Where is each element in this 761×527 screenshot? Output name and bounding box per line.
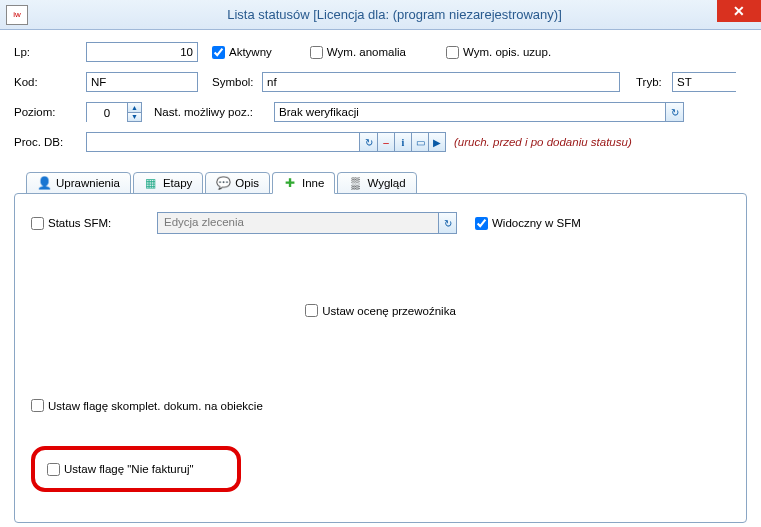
checkbox-aktywny[interactable]: Aktywny <box>212 46 272 59</box>
ustaw-ocena-check[interactable] <box>305 304 318 317</box>
aktywny-check[interactable] <box>212 46 225 59</box>
widoczny-check[interactable] <box>475 217 488 230</box>
nast-value[interactable] <box>275 103 665 121</box>
tab-inne-label: Inne <box>302 177 324 189</box>
nast-combo[interactable]: ↻ <box>274 102 684 122</box>
wym-opis-label: Wym. opis. uzup. <box>463 46 551 58</box>
tab-wyglad-label: Wygląd <box>367 177 405 189</box>
status-sfm-combo[interactable]: Edycja zlecenia ↻ <box>157 212 457 234</box>
checkbox-ustaw-skomplet[interactable]: Ustaw flagę skomplet. dokum. na obiekcie <box>31 399 263 412</box>
wym-opis-check[interactable] <box>446 46 459 59</box>
spin-down-icon[interactable]: ▼ <box>128 113 141 122</box>
tab-wyglad[interactable]: ▒Wygląd <box>337 172 416 194</box>
checkbox-nie-fakturuj[interactable]: Ustaw flagę "Nie fakturuj" <box>47 463 194 476</box>
tabstrip: 👤Uprawnienia ▦Etapy 💬Opis ✚Inne ▒Wygląd <box>14 172 747 194</box>
status-sfm-check[interactable] <box>31 217 44 230</box>
app-icon: iw <box>6 5 28 25</box>
row-poziom: Poziom: ▲▼ Nast. możliwy poz.: ↻ <box>14 100 747 124</box>
label-kod: Kod: <box>14 76 86 88</box>
tab-opis[interactable]: 💬Opis <box>205 172 270 194</box>
page-icon[interactable]: ▭ <box>411 132 429 152</box>
steps-icon: ▦ <box>144 176 158 190</box>
status-sfm-value: Edycja zlecenia <box>158 213 438 233</box>
checkbox-ustaw-ocena[interactable]: Ustaw ocenę przewoźnika <box>305 304 456 317</box>
poziom-value[interactable] <box>87 103 127 123</box>
puzzle-icon: ✚ <box>283 176 297 190</box>
ustaw-ocena-label: Ustaw ocenę przewoźnika <box>322 305 456 317</box>
grid-icon: ▒ <box>348 176 362 190</box>
tryb-combo[interactable]: ↻ <box>672 72 736 92</box>
procdb-note: (uruch. przed i po dodaniu statusu) <box>454 136 632 148</box>
kod-input[interactable] <box>86 72 198 92</box>
bubble-icon: 💬 <box>216 176 230 190</box>
wym-anom-check[interactable] <box>310 46 323 59</box>
ustaw-skom-label: Ustaw flagę skomplet. dokum. na obiekcie <box>48 400 263 412</box>
checkbox-wym-anomalia[interactable]: Wym. anomalia <box>310 46 406 59</box>
form-area: Lp: Aktywny Wym. anomalia Wym. opis. uzu… <box>0 30 761 523</box>
tab-body-inne: Status SFM: Edycja zlecenia ↻ Widoczny w… <box>14 193 747 523</box>
info-icon[interactable]: i <box>394 132 412 152</box>
tabs: 👤Uprawnienia ▦Etapy 💬Opis ✚Inne ▒Wygląd … <box>14 172 747 523</box>
run-icon[interactable]: ▶ <box>428 132 446 152</box>
tab-inne[interactable]: ✚Inne <box>272 172 335 194</box>
symbol-input[interactable] <box>262 72 620 92</box>
ustaw-skom-check[interactable] <box>31 399 44 412</box>
nie-fakturuj-label: Ustaw flagę "Nie fakturuj" <box>64 463 194 475</box>
label-lp: Lp: <box>14 46 86 58</box>
row-procdb: Proc. DB: ↻ – i ▭ ▶ (uruch. przed i po d… <box>14 130 747 154</box>
label-symbol: Symbol: <box>212 76 262 88</box>
nast-dropdown-icon[interactable]: ↻ <box>665 103 683 121</box>
tryb-value[interactable] <box>673 73 761 91</box>
status-sfm-dropdown-icon[interactable]: ↻ <box>438 213 456 233</box>
titlebar: iw Lista statusów [Licencja dla: (progra… <box>0 0 761 30</box>
close-button[interactable]: ✕ <box>717 0 761 22</box>
poziom-spinner[interactable]: ▲▼ <box>86 102 142 122</box>
widoczny-label: Widoczny w SFM <box>492 217 581 229</box>
label-tryb: Tryb: <box>636 76 672 88</box>
procdb-input[interactable]: ↻ <box>86 132 378 152</box>
tab-opis-label: Opis <box>235 177 259 189</box>
procdb-dropdown-icon[interactable]: ↻ <box>359 133 377 151</box>
procdb-toolbar: – i ▭ ▶ <box>378 132 446 152</box>
wym-anom-label: Wym. anomalia <box>327 46 406 58</box>
label-nast: Nast. możliwy poz.: <box>154 106 274 118</box>
row-ustaw-ocena: Ustaw ocenę przewoźnika <box>31 304 730 319</box>
aktywny-label: Aktywny <box>229 46 272 58</box>
user-icon: 👤 <box>37 176 51 190</box>
nie-fakturuj-check[interactable] <box>47 463 60 476</box>
row-lp: Lp: Aktywny Wym. anomalia Wym. opis. uzu… <box>14 40 747 64</box>
label-poziom: Poziom: <box>14 106 86 118</box>
procdb-value[interactable] <box>87 133 359 151</box>
delete-icon[interactable]: – <box>377 132 395 152</box>
tab-uprawnienia-label: Uprawnienia <box>56 177 120 189</box>
checkbox-wym-opis[interactable]: Wym. opis. uzup. <box>446 46 551 59</box>
checkbox-status-sfm[interactable]: Status SFM: <box>31 217 157 230</box>
highlight-nie-fakturuj: Ustaw flagę "Nie fakturuj" <box>31 446 241 492</box>
tab-etapy-label: Etapy <box>163 177 192 189</box>
label-procdb: Proc. DB: <box>14 136 86 148</box>
row-ustaw-skomplet: Ustaw flagę skomplet. dokum. na obiekcie <box>31 399 730 412</box>
tab-uprawnienia[interactable]: 👤Uprawnienia <box>26 172 131 194</box>
window-title: Lista statusów [Licencja dla: (program n… <box>28 7 761 22</box>
spin-up-icon[interactable]: ▲ <box>128 103 141 113</box>
tab-etapy[interactable]: ▦Etapy <box>133 172 203 194</box>
status-sfm-label: Status SFM: <box>48 217 111 229</box>
checkbox-widoczny-sfm[interactable]: Widoczny w SFM <box>475 217 581 230</box>
row-kod: Kod: Symbol: Tryb: ↻ <box>14 70 747 94</box>
row-status-sfm: Status SFM: Edycja zlecenia ↻ Widoczny w… <box>31 212 730 234</box>
lp-input[interactable] <box>86 42 198 62</box>
